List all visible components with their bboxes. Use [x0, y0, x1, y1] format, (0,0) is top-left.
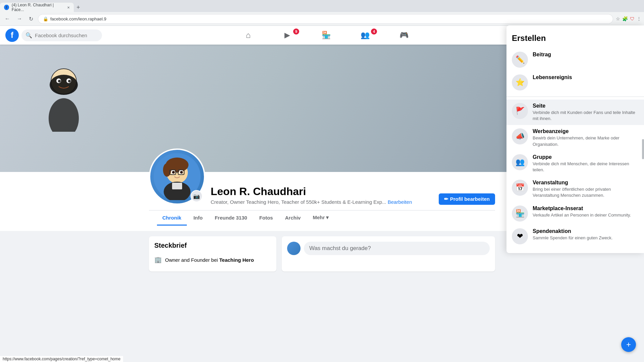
- profile-info-area: 📷 Leon R. Chaudhari Creator, Owner Teach…: [141, 172, 503, 226]
- dropdown-item-beitrag[interactable]: ✏️ Beitrag: [506, 48, 644, 71]
- steckbrief-title: Steckbrief: [154, 242, 271, 249]
- new-tab-button[interactable]: +: [74, 4, 83, 11]
- active-tab[interactable]: f (4) Leon R. Chaudhari | Face... ✕: [0, 3, 74, 12]
- url-text: facebook.com/leon.raphael.9: [50, 16, 106, 21]
- spendenaktion-title: Spendenaktion: [533, 228, 612, 234]
- address-bar: ← → ↻ 🔒 facebook.com/leon.raphael.9 ☆ 🧩 …: [0, 12, 644, 25]
- refresh-button[interactable]: ↻: [27, 14, 35, 23]
- profile-actions: ✏ Profil bearbeiten: [439, 193, 495, 205]
- browser-menu-icon[interactable]: ⋮: [637, 16, 641, 21]
- tab-mehr-label: Mehr ▾: [313, 215, 329, 220]
- camera-icon: 📷: [193, 193, 200, 199]
- marketplace-inserat-text: Marketplace-Inserat Verkaufe Artikel an …: [533, 205, 631, 218]
- create-dropdown: Erstellen ✏️ Beitrag ⭐ Lebensereignis 🚩 …: [506, 25, 644, 253]
- nav-groups[interactable]: 👥 4: [346, 27, 384, 43]
- bookmark-star-icon[interactable]: ☆: [616, 16, 620, 21]
- profile-name-area: Leon R. Chaudhari Creator, Owner Teachin…: [211, 185, 433, 205]
- svg-rect-19: [172, 183, 182, 189]
- post-avatar: [287, 242, 301, 255]
- search-icon: 🔍: [25, 32, 32, 39]
- veranstaltung-icon: 📅: [512, 180, 528, 196]
- spendenaktion-icon: ❤: [512, 228, 528, 244]
- tab-close-btn[interactable]: ✕: [67, 6, 70, 9]
- post-input-row: Was machst du gerade?: [287, 242, 490, 255]
- svg-point-1: [49, 98, 79, 132]
- werbeanzeige-desc: Bewirb dein Unternehmen, deine Marke ode…: [533, 135, 639, 147]
- tab-info[interactable]: Info: [188, 211, 208, 226]
- change-avatar-button[interactable]: 📷: [191, 190, 203, 202]
- tab-favicon: f: [4, 5, 9, 10]
- marketplace-icon: 🏪: [322, 31, 331, 40]
- work-icon: 🏢: [154, 256, 162, 263]
- veranstaltung-title: Veranstaltung: [533, 180, 639, 186]
- veranstaltung-desc: Bring bei einer öffentlichen oder privat…: [533, 186, 639, 198]
- marketplace-inserat-title: Marketplace-Inserat: [533, 205, 631, 212]
- profile-tabs: Chronik Info Freunde 3130 Fotos Archiv M…: [149, 210, 495, 226]
- lebensereignis-title: Lebensereignis: [533, 74, 572, 80]
- gruppe-text: Gruppe Verbinde dich mit Menschen, die d…: [533, 154, 639, 173]
- groups-icon: 👥: [361, 31, 370, 40]
- tab-fotos-label: Fotos: [259, 215, 273, 221]
- browser-chrome: f (4) Leon R. Chaudhari | Face... ✕ + ← …: [0, 0, 644, 26]
- scroll-indicator: [642, 139, 644, 159]
- beitrag-text: Beitrag: [533, 52, 551, 58]
- svg-point-2: [50, 75, 78, 95]
- lebensereignis-icon: ⭐: [512, 74, 528, 90]
- search-input[interactable]: [35, 33, 98, 38]
- dropdown-item-lebensereignis[interactable]: ⭐ Lebensereignis: [506, 71, 644, 94]
- nav-home[interactable]: ⌂: [229, 27, 267, 43]
- create-fab-button[interactable]: +: [621, 337, 636, 352]
- steckbrief-card: Steckbrief 🏢 Owner and Founder bei Teach…: [149, 236, 276, 272]
- facebook-logo[interactable]: f: [5, 28, 19, 42]
- gruppe-desc: Verbinde dich mit Menschen, die deine In…: [533, 161, 639, 173]
- nav-marketplace[interactable]: 🏪: [307, 27, 345, 43]
- home-icon: ⌂: [246, 31, 251, 40]
- svg-point-13: [172, 171, 175, 174]
- logo-text: f: [11, 31, 13, 40]
- browser-toolbar-icons: ☆ 🧩 🛡 ⋮: [616, 16, 641, 21]
- tab-archiv[interactable]: Archiv: [280, 211, 306, 226]
- search-bar[interactable]: 🔍: [21, 29, 102, 41]
- gruppe-title: Gruppe: [533, 154, 639, 160]
- spendenaktion-desc: Sammle Spenden für einen guten Zweck.: [533, 235, 612, 241]
- forward-button[interactable]: →: [15, 14, 24, 23]
- steckbrief-item: 🏢 Owner and Founder bei Teaching Hero: [154, 253, 271, 266]
- seite-desc: Verbinde dich mit Kunden oder Fans und t…: [533, 110, 639, 122]
- profile-content: Steckbrief 🏢 Owner and Founder bei Teach…: [141, 236, 503, 272]
- adblock-icon[interactable]: 🛡: [630, 16, 635, 21]
- dropdown-item-gruppe[interactable]: 👥 Gruppe Verbinde dich mit Menschen, die…: [506, 151, 644, 176]
- tab-title: (4) Leon R. Chaudhari | Face...: [12, 3, 63, 12]
- dropdown-item-spendenaktion[interactable]: ❤ Spendenaktion Sammle Spenden für einen…: [506, 225, 644, 248]
- beitrag-title: Beitrag: [533, 52, 551, 58]
- tab-mehr[interactable]: Mehr ▾: [307, 210, 334, 226]
- post-box: Was machst du gerade?: [282, 236, 495, 272]
- svg-point-6: [68, 80, 71, 82]
- nav-gaming[interactable]: 🎮: [385, 27, 423, 43]
- nav-video[interactable]: ▶ 9: [268, 27, 306, 43]
- tab-info-label: Info: [194, 215, 203, 221]
- dropdown-item-seite[interactable]: 🚩 Seite Verbinde dich mit Kunden oder Fa…: [506, 100, 644, 125]
- dropdown-item-marketplace-inserat[interactable]: 🏪 Marketplace-Inserat Verkaufe Artikel a…: [506, 202, 644, 225]
- svg-point-5: [58, 80, 61, 82]
- gaming-icon: 🎮: [399, 31, 409, 40]
- url-bar[interactable]: 🔒 facebook.com/leon.raphael.9: [38, 14, 613, 24]
- edit-profile-button[interactable]: ✏ Profil bearbeiten: [439, 193, 495, 205]
- gruppe-icon: 👥: [512, 154, 528, 170]
- tab-fotos[interactable]: Fotos: [254, 211, 278, 226]
- bio-edit-link[interactable]: Bearbeiten: [388, 199, 412, 205]
- profile-name: Leon R. Chaudhari: [211, 185, 433, 198]
- dropdown-divider-1: [506, 97, 644, 97]
- seite-title: Seite: [533, 103, 639, 109]
- seite-text: Seite Verbinde dich mit Kunden oder Fans…: [533, 103, 639, 122]
- tab-chronik-label: Chronik: [162, 215, 181, 221]
- dropdown-item-werbeanzeige[interactable]: 📣 Werbeanzeige Bewirb dein Unternehmen, …: [506, 125, 644, 150]
- main-navigation: ⌂ ▶ 9 🏪 👥 4 🎮: [229, 27, 423, 43]
- svg-point-14: [180, 171, 183, 174]
- extensions-icon[interactable]: 🧩: [622, 16, 628, 21]
- back-button[interactable]: ←: [3, 14, 12, 23]
- tab-freunde[interactable]: Freunde 3130: [209, 211, 253, 226]
- seite-icon: 🚩: [512, 103, 528, 119]
- tab-chronik[interactable]: Chronik: [157, 211, 187, 226]
- dropdown-item-veranstaltung[interactable]: 📅 Veranstaltung Bring bei einer öffentli…: [506, 176, 644, 202]
- post-input[interactable]: Was machst du gerade?: [304, 242, 490, 255]
